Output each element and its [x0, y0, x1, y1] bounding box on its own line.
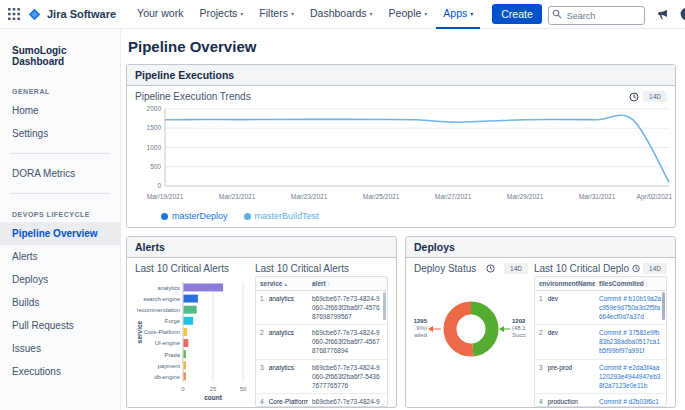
svg-text:Forge: Forge — [165, 318, 180, 324]
column-header-service[interactable]: service▴ — [256, 277, 308, 290]
search-input[interactable] — [548, 6, 645, 25]
announcement-icon[interactable] — [656, 8, 669, 21]
cell-filescommited[interactable]: Commit # e2da3f4aa120293e4944947eb38f2a7… — [595, 360, 666, 393]
table-row[interactable]: 4productionCommit # d2b03f6c15e0f02042cd… — [535, 394, 666, 407]
chevron-down-icon: ▾ — [470, 10, 473, 17]
cell-filescommited[interactable]: Commit # b10b19a2ac959e9d750a3d2f5fa664e… — [595, 291, 666, 324]
chevron-down-icon: ▾ — [291, 10, 294, 17]
chevron-down-icon: ▾ — [240, 10, 243, 17]
deploys-table: environmentName▴filesCommited∶1devCommit… — [534, 276, 667, 407]
cell-alert: b69cbe67-7e73-4824-9060-2f663f2ba6f7- — [308, 394, 387, 407]
cell-alert: b69cbe67-7e73-4824-9060-2f663f2ba6f7-543… — [308, 360, 387, 393]
sidebar-item-issues[interactable]: Issues — [0, 337, 120, 360]
sidebar-item-pull-requests[interactable]: Pull Requests — [0, 314, 120, 337]
jira-logo-icon[interactable] — [28, 8, 41, 21]
row-number: 4 — [260, 398, 264, 405]
sort-icon: ▴ — [284, 281, 287, 287]
legend-label: masterBuildTest — [255, 211, 319, 221]
cell-filescommited[interactable]: Commit # d2b03f6c15e0f02042cd60 — [595, 394, 666, 407]
column-header-alert[interactable]: alert∶ — [308, 277, 387, 290]
nav-item-projects[interactable]: Projects▾ — [192, 0, 250, 29]
svg-text:1000: 1000 — [147, 144, 162, 151]
svg-text:service: service — [136, 320, 143, 343]
table-row[interactable]: 2analyticsb69cbe67-7e73-4824-9060-2f663f… — [256, 325, 387, 359]
svg-text:25: 25 — [210, 386, 217, 392]
alerts-table-scrollbar[interactable] — [383, 292, 386, 320]
table-row[interactable]: 2devCommit # 37581e9fb83b238adba0517ca1b… — [535, 325, 666, 359]
app-switcher-icon[interactable] — [8, 8, 20, 20]
svg-text:search-engine: search-engine — [143, 296, 180, 302]
nav-item-apps[interactable]: Apps▾ — [436, 0, 480, 29]
cell-filescommited[interactable]: Commit # 37581e9fb83b238adba0517ca1b5f99… — [595, 325, 666, 358]
page-title: Pipeline Overview — [128, 38, 676, 55]
svg-text:1295: 1295 — [414, 318, 428, 324]
legend-item-masterbuildtest[interactable]: masterBuildTest — [244, 211, 319, 221]
cell-environmentname: 1dev — [535, 291, 595, 324]
table-row[interactable]: 3analyticsb69cbe67-7e73-4824-9060-2f663f… — [256, 360, 387, 394]
top-navigation: Jira Software Your workProjects▾Filters▾… — [0, 0, 685, 29]
nav-item-label: Projects — [199, 7, 237, 19]
create-button[interactable]: Create — [492, 4, 542, 24]
alerts-chart-heading: Last 10 Critical Alerts — [135, 263, 229, 274]
sidebar-item-settings[interactable]: Settings — [0, 122, 120, 145]
table-row[interactable]: 4Core-Platformb69cbe67-7e73-4824-9060-2f… — [256, 394, 387, 407]
cell-value: analytics — [269, 329, 294, 336]
sidebar-sections: GENERALHomeSettingsDORA MetricsDEVOPS LI… — [0, 79, 120, 383]
range-badge[interactable]: 14D — [643, 91, 667, 102]
svg-text:0: 0 — [157, 182, 161, 189]
cell-environmentname: 4production — [535, 394, 595, 407]
row-number: 1 — [539, 295, 543, 302]
svg-text:Success: Success — [512, 332, 526, 338]
deploy-status-donut-chart: 1295(51.9%)Failed1202(48.1%)Success — [414, 276, 526, 382]
sidebar-item-builds[interactable]: Builds — [0, 291, 120, 314]
alerts-panel: Alerts Last 10 Critical Alerts 02550anal… — [126, 236, 397, 408]
panel-header-alerts: Alerts — [127, 237, 396, 258]
pipeline-trend-chart: 0500100015002000Mar/19/2021Mar/21/2021Ma… — [135, 104, 675, 205]
nav-item-label: Dashboards — [310, 7, 367, 19]
trend-chart-title: Pipeline Execution Trends — [135, 91, 251, 102]
cell-value: pre-prod — [548, 364, 573, 371]
svg-text:(48.1%): (48.1%) — [512, 325, 526, 331]
svg-text:Core-Platform: Core-Platform — [144, 329, 180, 335]
sidebar-item-pipeline-overview[interactable]: Pipeline Overview — [0, 222, 120, 245]
legend-dot — [161, 213, 168, 220]
nav-item-your-work[interactable]: Your work — [130, 0, 190, 29]
table-row[interactable]: 3pre-prodCommit # e2da3f4aa120293e494494… — [535, 360, 666, 394]
cell-service: 2analytics — [256, 325, 308, 358]
legend-dot — [244, 213, 251, 220]
clock-icon — [486, 264, 495, 273]
table-row[interactable]: 1devCommit # b10b19a2ac959e9d750a3d2f5fa… — [535, 291, 666, 325]
sidebar-item-alerts[interactable]: Alerts — [0, 245, 120, 268]
svg-text:2000: 2000 — [147, 105, 162, 112]
cell-service: 4Core-Platform — [256, 394, 308, 407]
column-header-environmentname[interactable]: environmentName▴ — [535, 277, 595, 290]
sidebar-item-deploys[interactable]: Deploys — [0, 268, 120, 291]
row-number: 2 — [539, 329, 543, 336]
deploys-table-range-badge[interactable]: 14D — [643, 263, 667, 274]
svg-text:500: 500 — [150, 163, 161, 170]
table-row[interactable]: 1analyticsb69cbe67-7e73-4824-9060-2f663f… — [256, 291, 387, 325]
cell-value: analytics — [269, 364, 294, 371]
nav-item-dashboards[interactable]: Dashboards▾ — [303, 0, 380, 29]
cell-alert: b69cbe67-7e73-4824-9060-2f663f2ba6f7-456… — [308, 325, 387, 358]
critical-alerts-bar-chart: 02550analyticssearch-enginerecommendatio… — [135, 276, 247, 404]
sidebar-item-dora-metrics[interactable]: DORA Metrics — [0, 162, 120, 185]
legend-item-masterdeploy[interactable]: masterDeploy — [161, 211, 228, 221]
chevron-down-icon: ▾ — [424, 10, 427, 17]
svg-text:Apr/02/2021: Apr/02/2021 — [637, 193, 673, 201]
deploys-table-heading: Last 10 Critical Deploys — [534, 263, 629, 274]
sort-icon: ∶ — [646, 281, 647, 287]
sidebar-item-home[interactable]: Home — [0, 99, 120, 122]
column-header-filescommited[interactable]: filesCommited∶ — [595, 277, 666, 290]
nav-item-label: Filters — [259, 7, 288, 19]
svg-text:1202: 1202 — [512, 318, 526, 324]
deploy-status-range-badge[interactable]: 14D — [504, 263, 528, 274]
nav-item-filters[interactable]: Filters▾ — [252, 0, 301, 29]
alerts-table: service▴alert∶1analyticsb69cbe67-7e73-48… — [255, 276, 388, 407]
nav-item-people[interactable]: People▾ — [382, 0, 435, 29]
sidebar-item-executions[interactable]: Executions — [0, 360, 120, 383]
deploys-table-scrollbar[interactable] — [662, 292, 665, 320]
cell-alert: b69cbe67-7e73-4824-9060-2f663f2ba6f7-457… — [308, 291, 387, 324]
sidebar-title: SumoLogic Dashboard — [0, 36, 120, 79]
help-icon[interactable]: ? — [680, 7, 685, 21]
